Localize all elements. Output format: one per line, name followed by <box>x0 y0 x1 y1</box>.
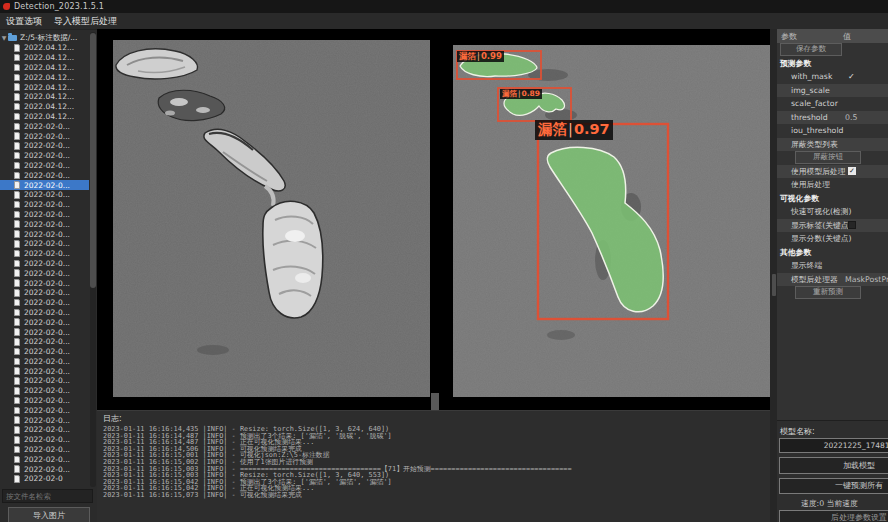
load-model-button[interactable]: 加载模型 <box>779 457 888 474</box>
param-row[interactable]: iou_threshold <box>777 124 888 138</box>
file-item[interactable]: 2022-02-0... <box>0 121 89 131</box>
checkbox[interactable]: ✓ <box>848 167 856 175</box>
file-item[interactable]: 2022-02-0... <box>0 308 89 318</box>
file-item[interactable]: 2022-02-0... <box>0 337 89 347</box>
file-item[interactable]: 2022-02-0... <box>0 454 89 464</box>
file-item[interactable]: 2022-02-0... <box>0 366 89 376</box>
panel-splitter-handle[interactable] <box>772 274 776 296</box>
file-item[interactable]: 2022-02-0... <box>0 298 89 308</box>
file-name: 2022-02-0... <box>24 132 70 141</box>
file-item[interactable]: 2022-02-0... <box>0 151 89 161</box>
param-row[interactable]: 屏蔽类型列表 <box>777 138 888 152</box>
file-item[interactable]: 2022-02-0... <box>0 239 89 249</box>
checkbox[interactable] <box>848 221 856 229</box>
file-item[interactable]: 2022.04.12... <box>0 72 89 82</box>
param-row: 重新预测 <box>777 286 888 300</box>
app-icon <box>3 3 10 10</box>
raw-image-view[interactable] <box>113 40 430 397</box>
expander-icon[interactable]: ▼ <box>0 34 8 41</box>
file-item[interactable]: 2022-02-0... <box>0 278 89 288</box>
param-label: 显示标签(关键点) <box>777 220 852 231</box>
param-row[interactable]: 快速可视化(检测) <box>777 205 888 219</box>
log-panel[interactable]: 日志: 2023-01-11 16:16:14,435 |INFO| - Res… <box>97 410 775 522</box>
file-item[interactable]: 2022-02-0... <box>0 210 89 220</box>
menu-import-model-postprocess[interactable]: 导入模型后处理 <box>48 13 123 29</box>
file-item[interactable]: 2022-02-0... <box>0 327 89 337</box>
parameter-rows: 保存参数预测参数with_mask✓img_scalescale_factort… <box>777 43 888 300</box>
file-item[interactable]: 2022-02-0... <box>0 180 89 190</box>
param-row[interactable]: 使用模型后处理✓ <box>777 165 888 179</box>
file-icon <box>14 407 20 415</box>
file-icon <box>14 446 20 454</box>
param-row[interactable]: 显示标签(关键点) <box>777 219 888 233</box>
file-item[interactable]: 2022-02-0... <box>0 405 89 415</box>
file-item[interactable]: 2022-02-0... <box>0 415 89 425</box>
file-item[interactable]: 2022-02-0... <box>0 259 89 269</box>
file-tree[interactable]: ▼ Z:/5-标注数据/... 2022.04.12...2022.04.12.… <box>0 32 89 487</box>
file-item[interactable]: 2022.04.12... <box>0 63 89 73</box>
file-item[interactable]: 2022-02-0... <box>0 161 89 171</box>
file-item[interactable]: 2022-02-0... <box>0 249 89 259</box>
file-item[interactable]: 2022-02-0... <box>0 141 89 151</box>
file-item[interactable]: 2022-02-0... <box>0 229 89 239</box>
file-name: 2022-02-0... <box>24 328 70 337</box>
file-item[interactable]: 2022.04.12... <box>0 112 89 122</box>
file-item[interactable]: 2022-02-0... <box>0 357 89 367</box>
file-item[interactable]: 2022.04.12... <box>0 43 89 53</box>
file-item[interactable]: 2022-02-0... <box>0 376 89 386</box>
file-name: 2022-02-0 <box>24 474 63 483</box>
viewer-splitter-handle[interactable] <box>431 393 439 410</box>
file-item[interactable]: 2022-02-0... <box>0 386 89 396</box>
param-button[interactable]: 屏蔽按钮 <box>795 151 861 164</box>
file-icon <box>14 132 20 140</box>
file-item[interactable]: 2022-02-0... <box>0 347 89 357</box>
tree-root-folder[interactable]: ▼ Z:/5-标注数据/... <box>0 32 89 43</box>
param-row[interactable]: 显示终端 <box>777 259 888 273</box>
param-button[interactable]: 保存参数 <box>780 43 842 56</box>
param-row[interactable]: threshold0.5 <box>777 111 888 125</box>
param-row[interactable]: 模型后处理器MaskPostProc <box>777 273 888 287</box>
file-item[interactable]: 2022-02-0... <box>0 190 89 200</box>
scrollbar-thumb[interactable] <box>90 33 96 288</box>
file-item[interactable]: 2022-02-0... <box>0 131 89 141</box>
param-row[interactable]: img_scale <box>777 84 888 98</box>
import-image-button[interactable]: 导入图片 <box>8 507 90 522</box>
file-tree-scrollbar[interactable] <box>90 32 96 487</box>
file-item[interactable]: 2022-02-0... <box>0 396 89 406</box>
param-row[interactable]: with_mask✓ <box>777 70 888 84</box>
file-icon <box>14 377 20 385</box>
param-row[interactable]: scale_factor <box>777 97 888 111</box>
file-item[interactable]: 2022-02-0... <box>0 435 89 445</box>
param-button[interactable]: 重新预测 <box>795 286 861 299</box>
file-item[interactable]: 2022-02-0... <box>0 170 89 180</box>
file-name: 2022-02-0... <box>24 406 70 415</box>
file-item[interactable]: 2022-02-0... <box>0 200 89 210</box>
file-item[interactable]: 2022-02-0... <box>0 219 89 229</box>
search-input[interactable] <box>2 489 93 503</box>
file-item[interactable]: 2022-02-0... <box>0 288 89 298</box>
menu-settings[interactable]: 设置选项 <box>0 13 48 29</box>
model-name-field[interactable]: 20221225_174813 <box>779 438 888 453</box>
file-icon <box>14 250 20 258</box>
file-item[interactable]: 2022-02-0... <box>0 445 89 455</box>
param-row[interactable]: 使用后处理 <box>777 178 888 192</box>
file-item[interactable]: 2022-02-0 <box>0 474 89 484</box>
checkmark-icon[interactable]: ✓ <box>848 72 855 81</box>
file-item[interactable]: 2022-02-0... <box>0 464 89 474</box>
predict-all-button[interactable]: 一键预测所有 <box>779 478 888 494</box>
file-item[interactable]: 2022.04.12... <box>0 92 89 102</box>
file-name: 2022-02-0... <box>24 347 70 356</box>
postprocess-settings-button[interactable]: 后处理参数设置 <box>779 510 888 522</box>
file-icon <box>14 328 20 336</box>
param-row[interactable]: 显示分数(关键点) <box>777 232 888 246</box>
file-item[interactable]: 2022-02-0... <box>0 425 89 435</box>
file-item[interactable]: 2022-02-0... <box>0 317 89 327</box>
file-item[interactable]: 2022.04.12... <box>0 53 89 63</box>
file-icon <box>14 83 20 91</box>
file-item[interactable]: 2022.04.12... <box>0 102 89 112</box>
detection-label: 漏箔|0.99 <box>457 51 504 62</box>
column-value: 值 <box>843 31 851 42</box>
file-item[interactable]: 2022.04.12... <box>0 82 89 92</box>
file-item[interactable]: 2022-02-0... <box>0 268 89 278</box>
param-row: 保存参数 <box>777 43 888 57</box>
